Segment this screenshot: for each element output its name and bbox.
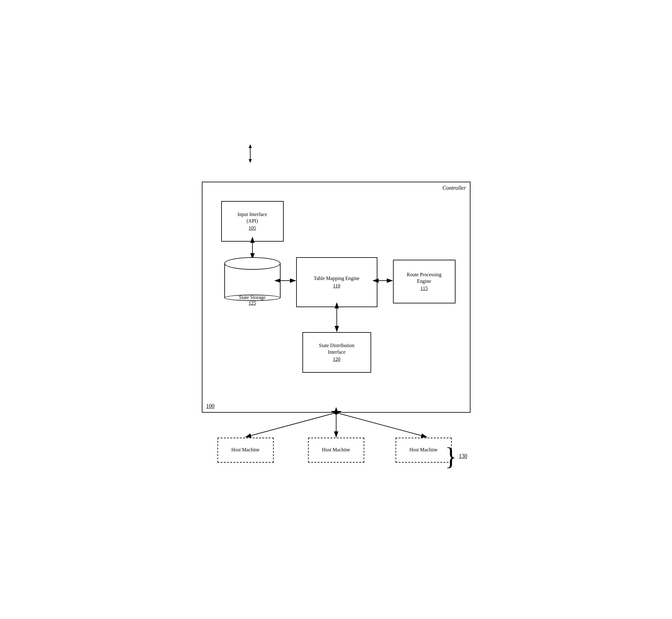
host-machine-2: Host Machine	[308, 438, 364, 463]
host-machine-1-label: Host Machine	[231, 447, 259, 453]
state-storage-block: State Storage 125	[221, 257, 284, 307]
route-processing-block: Route Processing Engine 115	[393, 260, 455, 303]
controller-ref: 100	[206, 403, 215, 410]
input-interface-ref: 105	[249, 225, 256, 231]
cylinder-top	[224, 257, 281, 270]
host-machine-1: Host Machine	[218, 438, 274, 463]
controller-box: Controller 100 Input Interface (API) 105…	[202, 182, 471, 413]
curly-brace-icon: }	[445, 444, 457, 469]
state-storage-text: State Storage 125	[239, 295, 265, 306]
input-interface-label: Input Interface (API)	[237, 211, 267, 224]
route-processing-label: Route Processing Engine	[407, 272, 442, 285]
input-interface-block: Input Interface (API) 105	[221, 201, 284, 242]
cylinder-shape	[224, 257, 281, 301]
state-distribution-block: State Distribution Interface 120	[302, 332, 371, 373]
group-ref: 130	[459, 453, 467, 460]
host-machines-area: Host Machine Host Machine Host Machine }…	[202, 413, 471, 475]
host-machine-3-label: Host Machine	[409, 447, 437, 453]
state-distribution-ref: 120	[333, 356, 341, 362]
route-processing-ref: 115	[421, 286, 428, 291]
host-machine-2-label: Host Machine	[322, 447, 350, 453]
host-machine-3: Host Machine	[395, 438, 452, 463]
table-mapping-block: Table Mapping Engine 110	[296, 257, 377, 307]
svg-line-15	[336, 413, 427, 437]
page-container: Controller 100 Input Interface (API) 105…	[196, 144, 477, 475]
svg-marker-3	[249, 159, 252, 163]
group-label: } 130	[445, 444, 467, 469]
table-mapping-label: Table Mapping Engine	[314, 275, 359, 282]
controller-label: Controller	[442, 185, 466, 191]
state-distribution-label: State Distribution Interface	[319, 342, 354, 355]
table-mapping-ref: 110	[333, 283, 340, 289]
svg-line-13	[246, 413, 336, 437]
